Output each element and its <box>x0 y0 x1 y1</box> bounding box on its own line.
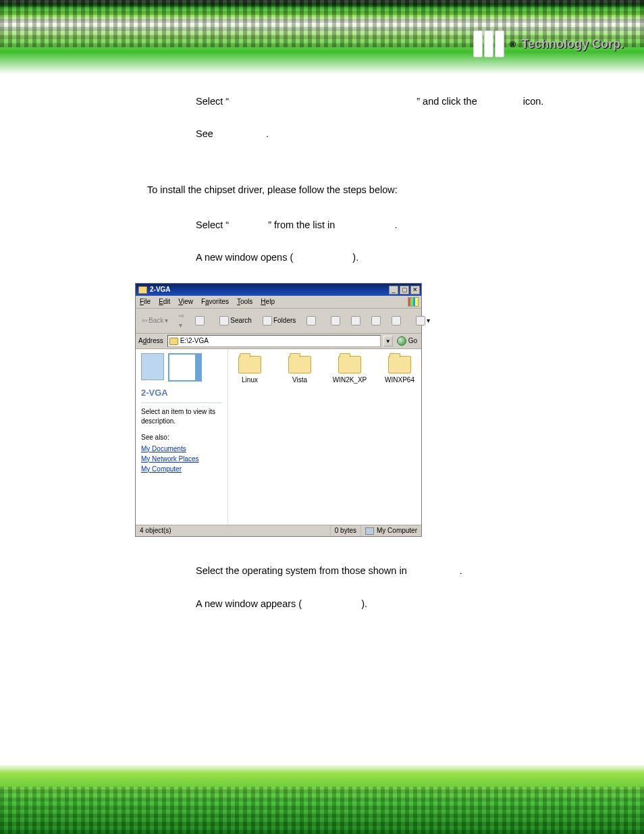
address-folder-icon <box>169 338 178 345</box>
address-input[interactable]: E:\2-VGA <box>167 335 381 347</box>
folder-label: WINXP64 <box>385 375 414 385</box>
windows-flag-icon <box>408 297 419 307</box>
close-button[interactable]: ✕ <box>410 286 420 294</box>
text-select-prefix-2: Select “ <box>196 219 229 230</box>
text-see: See <box>196 128 213 139</box>
menu-tools[interactable]: Tools <box>237 297 252 307</box>
instruction-line-2: See . <box>135 127 603 140</box>
text-new-window-appears: A new window appears ( <box>196 598 302 609</box>
address-bar: Address E:\2-VGA ▼ Go <box>136 334 421 349</box>
instruction-line-1: Select “ ” and click the icon. <box>135 95 603 108</box>
panel-name: 2-VGA <box>141 387 222 399</box>
status-location-text: My Computer <box>377 526 417 536</box>
text-select-close: ” and click the <box>417 96 477 107</box>
text-select-prefix: Select “ <box>196 96 229 107</box>
step-1-line: Select “ ” from the list in . <box>135 218 603 232</box>
folder-icon <box>388 356 411 373</box>
folder-item[interactable]: WINXP64 <box>382 356 417 385</box>
step-4-line: A new window appears ( ). <box>135 597 603 610</box>
computer-icon <box>365 527 374 535</box>
history-button[interactable] <box>303 315 319 327</box>
tool-icon-3[interactable] <box>368 315 384 327</box>
text-icon-word: icon. <box>523 96 544 107</box>
back-button[interactable]: ⇦ Back ▾ <box>138 315 171 327</box>
menu-file[interactable]: File <box>140 297 151 307</box>
text-close-paren-2: ). <box>361 598 367 609</box>
preview-tile-icon-2 <box>168 353 202 382</box>
window-titlebar: 2-VGA _ ▢ ✕ <box>136 284 421 296</box>
explorer-body: 2-VGA Select an item to view its descrip… <box>136 349 421 525</box>
tool-icon-2[interactable] <box>348 315 364 327</box>
go-button[interactable]: Go <box>396 336 419 346</box>
preview-tile-icon <box>141 353 164 380</box>
go-label: Go <box>408 336 417 346</box>
brand-logo-area: ® Technology Corp. <box>473 30 624 57</box>
brand-name: Technology Corp. <box>521 37 624 51</box>
see-also-label: See also: <box>141 433 222 442</box>
address-value: E:\2-VGA <box>180 336 209 346</box>
step-2-line: A new window opens ( ). <box>135 251 603 264</box>
minimize-button[interactable]: _ <box>389 286 398 294</box>
folder-icon <box>238 356 261 373</box>
folder-item[interactable]: WIN2K_XP <box>332 356 367 385</box>
explorer-left-pane: 2-VGA Select an item to view its descrip… <box>136 349 228 525</box>
document-content: Select “ ” and click the icon. See . To … <box>0 81 644 760</box>
page-header-band: ® Technology Corp. <box>0 0 644 74</box>
text-new-window-opens: A new window opens ( <box>196 252 293 263</box>
tool-icon-4[interactable] <box>388 315 404 327</box>
go-icon <box>397 336 406 346</box>
footer-texture <box>0 787 644 834</box>
explorer-right-pane: Linux Vista WIN2K_XP WINXP64 <box>228 349 421 525</box>
text-dot-2: . <box>394 219 397 230</box>
folders-button[interactable]: Folders <box>259 315 299 327</box>
address-dropdown[interactable]: ▼ <box>383 336 393 346</box>
status-bar: 4 object(s) 0 bytes My Computer <box>136 525 421 536</box>
folder-item[interactable]: Vista <box>282 356 317 385</box>
folder-icon <box>288 356 311 373</box>
views-button[interactable]: ▾ <box>412 315 433 327</box>
folder-label: Vista <box>292 375 307 385</box>
menu-help[interactable]: Help <box>261 297 275 307</box>
logo-bars-icon <box>473 30 504 57</box>
folder-icon <box>138 286 147 294</box>
link-my-network-places[interactable]: My Network Places <box>141 454 222 464</box>
text-dot-3: . <box>460 565 462 576</box>
step-3-line: Select the operating system from those s… <box>135 564 603 577</box>
registered-mark: ® <box>510 39 516 49</box>
tool-icon-1[interactable] <box>327 315 344 327</box>
status-location: My Computer <box>360 525 421 536</box>
text-select-close-2: ” from the list in <box>268 219 335 230</box>
up-button[interactable] <box>192 315 208 327</box>
folder-label: Linux <box>242 375 258 385</box>
folder-label: WIN2K_XP <box>333 375 367 385</box>
menu-favorites[interactable]: Favorites <box>201 297 229 307</box>
address-label: Address <box>138 336 165 346</box>
link-my-documents[interactable]: My Documents <box>141 444 222 454</box>
folder-icon <box>338 356 361 373</box>
window-title: 2-VGA <box>150 285 171 294</box>
text-select-os: Select the operating system from those s… <box>196 565 407 576</box>
page-footer-band <box>0 760 644 834</box>
explorer-window: 2-VGA _ ▢ ✕ File Edit View Favorites Too… <box>135 283 422 537</box>
status-bytes: 0 bytes <box>330 525 360 536</box>
toolbar: ⇦ Back ▾ ⇨ ▾ Search Folders ▾ <box>136 309 421 334</box>
link-my-computer[interactable]: My Computer <box>141 464 222 474</box>
folder-item[interactable]: Linux <box>232 356 267 385</box>
panel-description: Select an item to view its description. <box>141 407 222 426</box>
search-button[interactable]: Search <box>216 315 255 327</box>
menu-edit[interactable]: Edit <box>159 297 170 307</box>
menu-view[interactable]: View <box>178 297 193 307</box>
text-dot: . <box>266 128 269 139</box>
text-close-paren: ). <box>352 252 358 263</box>
maximize-button[interactable]: ▢ <box>400 286 409 294</box>
menu-bar: File Edit View Favorites Tools Help <box>136 296 421 309</box>
status-objects: 4 object(s) <box>136 525 330 536</box>
intro-line: To install the chipset driver, please fo… <box>135 183 603 197</box>
forward-button[interactable]: ⇨ ▾ <box>176 310 188 332</box>
